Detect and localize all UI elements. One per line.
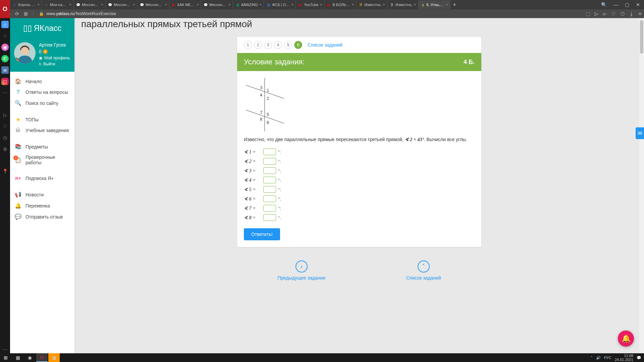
- browser-tab[interactable]: ✔Король и Ш×: [10, 0, 42, 9]
- tab-close-icon[interactable]: ×: [383, 2, 385, 7]
- easy-setup-icon[interactable]: ≡: [639, 11, 641, 16]
- tab-favicon-icon: ▮: [421, 2, 425, 7]
- tab-title: Мессендже: [209, 3, 227, 7]
- tab-favicon-icon: 💬: [108, 2, 112, 7]
- tab-favicon-icon: ✔: [44, 2, 49, 7]
- browser-chrome: O ✔Король и Ш×✔Мои настро×💬Мессендже×💬Ме…: [0, 0, 644, 18]
- tab-favicon-icon: ▤: [266, 2, 271, 7]
- tab-favicon-icon: З: [389, 2, 394, 7]
- browser-tab[interactable]: ▤ФСБ | Общи×: [264, 0, 296, 9]
- tab-close-icon[interactable]: ×: [37, 2, 40, 7]
- url-prefix: www.: [47, 11, 56, 16]
- tab-close-icon[interactable]: ×: [69, 2, 71, 7]
- url-bar[interactable]: 🔒 www.yaklass.ru/TestWorkRun/Exercise: [39, 11, 116, 16]
- browser-tab[interactable]: ▶В БОЛЬ? СП×: [324, 0, 356, 9]
- tab-close-icon[interactable]: ×: [291, 2, 293, 7]
- tab-close-icon[interactable]: ×: [101, 2, 103, 7]
- browser-tab[interactable]: ▶КАК МЕНЯ×: [169, 0, 201, 9]
- new-tab-button[interactable]: +: [450, 2, 459, 8]
- tab-title: Мессендже: [146, 3, 163, 7]
- tab-title: Известно,: [364, 3, 381, 7]
- tab-title: Известно,: [395, 3, 413, 7]
- tab-title: Мессендже: [114, 3, 131, 7]
- tab-title: Мессендже: [82, 3, 100, 7]
- tab-favicon-icon: 💬: [140, 2, 144, 7]
- tab-close-icon[interactable]: ×: [259, 2, 262, 7]
- close-button[interactable]: ✕: [635, 2, 641, 7]
- browser-tab[interactable]: ✔Мои настро×: [42, 0, 74, 9]
- tab-favicon-icon: ▦: [235, 2, 240, 7]
- tab-close-icon[interactable]: ×: [320, 2, 322, 7]
- tab-favicon-icon: Я: [358, 2, 363, 7]
- tab-close-icon[interactable]: ×: [414, 2, 416, 7]
- tab-bar: ✔Король и Ш×✔Мои настро×💬Мессендже×💬Месс…: [0, 0, 644, 9]
- tab-close-icon[interactable]: ×: [133, 2, 135, 7]
- tab-title: ФСБ | Общи: [272, 3, 290, 7]
- browser-tab[interactable]: ▶YouTube×: [296, 0, 324, 9]
- heart-icon[interactable]: ♡: [611, 11, 616, 16]
- browser-tab[interactable]: 💬Мессендже×: [201, 0, 233, 9]
- tab-title: КАК МЕНЯ: [177, 3, 195, 7]
- nav-right: ⬚ ▷ ▻ ♡ ⬡ ⭳ ≡: [586, 11, 641, 16]
- download-icon[interactable]: ⭳: [629, 11, 634, 16]
- maximize-button[interactable]: ▢: [624, 2, 631, 7]
- tab-close-icon[interactable]: ×: [197, 2, 199, 7]
- tab-title: Король и Ш: [18, 3, 36, 7]
- tab-favicon-icon: ▶: [171, 2, 176, 7]
- tab-close-icon[interactable]: ×: [165, 2, 167, 7]
- tab-title: В БОЛЬ? СП: [332, 3, 350, 7]
- tab-title: AMAZING: [241, 3, 258, 7]
- url-domain: yaklass.ru: [56, 11, 74, 16]
- browser-tab[interactable]: ЯИзвестно,×: [356, 0, 387, 9]
- tab-close-icon[interactable]: ×: [228, 2, 231, 7]
- snapshot-icon[interactable]: ⬚: [586, 11, 590, 16]
- browser-tab[interactable]: ▮6. Углы, об×: [419, 0, 450, 9]
- tab-close-icon[interactable]: ×: [352, 2, 354, 7]
- forward-button[interactable]: ›: [9, 11, 11, 16]
- tab-title: 6. Углы, об: [427, 3, 444, 7]
- browser-tab[interactable]: ▦AMAZING×: [233, 0, 264, 9]
- browser-tab[interactable]: 💬Мессендже×: [138, 0, 169, 9]
- play-icon[interactable]: ▷: [595, 11, 598, 16]
- tab-favicon-icon: 💬: [203, 2, 208, 7]
- browser-tab[interactable]: 💬Мессендже×: [74, 0, 106, 9]
- browser-tab[interactable]: 💬Мессендже×: [106, 0, 138, 9]
- tab-favicon-icon: ▶: [326, 2, 331, 7]
- cube-icon[interactable]: ⬡: [621, 11, 625, 16]
- nav-bar: ‹ › ⟳ ⊞ | 🔒 www.yaklass.ru/TestWorkRun/E…: [0, 9, 644, 18]
- tab-favicon-icon: ▶: [298, 2, 303, 7]
- speed-dial-button[interactable]: ⊞: [24, 11, 28, 16]
- opera-menu-button[interactable]: O: [0, 0, 10, 18]
- tab-favicon-icon: 💬: [76, 2, 80, 7]
- url-path: /TestWorkRun/Exercise: [74, 11, 116, 16]
- lock-icon: 🔒: [39, 11, 44, 16]
- tab-title: Мои настро: [50, 3, 68, 7]
- search-icon[interactable]: 🔍: [600, 2, 608, 7]
- minimize-button[interactable]: —: [612, 2, 620, 7]
- reload-button[interactable]: ⟳: [15, 11, 19, 16]
- tab-title: YouTube: [304, 3, 318, 7]
- tab-close-icon[interactable]: ×: [446, 2, 448, 7]
- browser-tab[interactable]: ЗИзвестно,×: [387, 0, 419, 9]
- send-icon[interactable]: ▻: [603, 11, 607, 16]
- tab-favicon-icon: ✔: [12, 2, 17, 7]
